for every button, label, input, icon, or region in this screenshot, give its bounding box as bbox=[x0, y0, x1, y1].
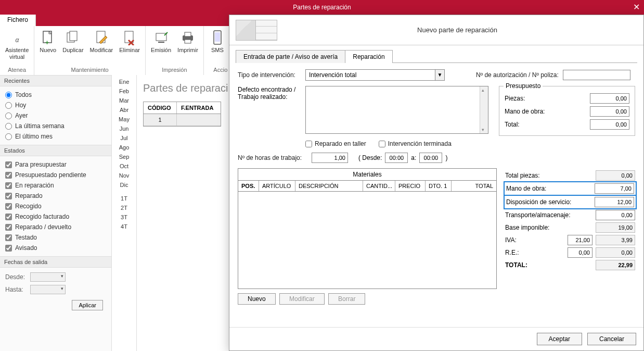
radio-hoy[interactable]: Hoy bbox=[5, 100, 106, 110]
month-Ene[interactable]: Ene bbox=[112, 77, 136, 86]
re-pct-input[interactable] bbox=[568, 247, 593, 258]
grid-row[interactable]: 1 bbox=[144, 114, 221, 126]
auth-input[interactable] bbox=[563, 70, 630, 80]
defecto-textarea[interactable] bbox=[305, 86, 488, 134]
aceptar-button[interactable]: Aceptar bbox=[537, 333, 582, 345]
desde-time-input[interactable] bbox=[385, 153, 408, 163]
svg-text:+: + bbox=[45, 39, 49, 45]
phone-icon bbox=[209, 29, 226, 46]
horas-input[interactable] bbox=[312, 153, 348, 163]
month-Jun[interactable]: Jun bbox=[112, 124, 136, 133]
document-copy-icon bbox=[65, 29, 81, 46]
month-May[interactable]: May bbox=[112, 115, 136, 124]
col-pos[interactable]: POS. bbox=[238, 181, 259, 191]
desde-combo[interactable] bbox=[30, 272, 66, 282]
presu-mano-input[interactable] bbox=[590, 106, 629, 117]
emision-button[interactable]: Emisión bbox=[148, 27, 174, 66]
radio-todos[interactable]: Todos bbox=[5, 90, 106, 100]
mat-modificar-button[interactable]: Modificar bbox=[279, 293, 325, 305]
layout-thumb-icon[interactable] bbox=[236, 20, 277, 41]
svg-rect-4 bbox=[70, 31, 77, 41]
col-precio[interactable]: PRECIO bbox=[395, 181, 426, 191]
estados-title: Estados bbox=[0, 145, 111, 156]
horas-label: Nº de horas de trabajo: bbox=[238, 154, 312, 161]
col-cant[interactable]: CANTID... bbox=[363, 181, 395, 191]
cancelar-button[interactable]: Cancelar bbox=[587, 333, 636, 345]
col-desc[interactable]: DESCRIPCIÓN bbox=[295, 181, 363, 191]
materiales-table: Materiales POS. ARTÍCULO DESCRIPCIÓN CAN… bbox=[238, 168, 497, 289]
month-2T[interactable]: 2T bbox=[112, 203, 136, 212]
window-title: Partes de reparación bbox=[293, 4, 351, 11]
presu-total-input[interactable] bbox=[590, 119, 629, 130]
estado-check-4[interactable]: Recogido bbox=[5, 201, 106, 211]
estado-check-0[interactable]: Para presupuestar bbox=[5, 159, 106, 170]
mat-nuevo-button[interactable]: Nuevo bbox=[238, 293, 276, 305]
estado-check-7[interactable]: Testado bbox=[5, 232, 106, 243]
mat-borrar-button[interactable]: Borrar bbox=[328, 293, 365, 305]
svg-text:α: α bbox=[15, 36, 19, 44]
tipo-combo[interactable]: Intervención total ▼ bbox=[305, 69, 445, 81]
asistente-virtual-button[interactable]: α Asistente virtual bbox=[2, 27, 32, 66]
month-Abr[interactable]: Abr bbox=[112, 105, 136, 115]
month-3T[interactable]: 3T bbox=[112, 212, 136, 222]
imprimir-button[interactable]: Imprimir bbox=[174, 27, 201, 66]
ribbon-tab-fichero[interactable]: Fichero bbox=[0, 15, 36, 26]
iva-pct-input[interactable] bbox=[568, 235, 593, 245]
ribbon-group-atenea: Atenea bbox=[8, 66, 26, 74]
defecto-label-2: Trabajo realizado: bbox=[238, 93, 305, 101]
auth-label: Nº de autorización / Nº poliza: bbox=[476, 71, 559, 79]
month-Dic[interactable]: Dic bbox=[112, 180, 136, 190]
chk-reparado-taller[interactable]: Reparado en taller bbox=[305, 140, 366, 147]
hasta-label: Hasta: bbox=[5, 286, 30, 293]
month-Jul[interactable]: Jul bbox=[112, 133, 136, 143]
month-Ago[interactable]: Ago bbox=[112, 143, 136, 152]
scrollbar[interactable] bbox=[480, 86, 488, 133]
desde-label: Desde: bbox=[5, 273, 30, 281]
ribbon-group-acciones: Accio bbox=[213, 66, 227, 74]
col-total[interactable]: TOTAL bbox=[452, 181, 496, 191]
radio-semana[interactable]: La última semana bbox=[5, 121, 106, 131]
close-icon[interactable]: ✕ bbox=[633, 2, 640, 12]
month-Feb[interactable]: Feb bbox=[112, 86, 136, 96]
month-Oct[interactable]: Oct bbox=[112, 161, 136, 171]
estado-check-1[interactable]: Presupuestado pendiente bbox=[5, 170, 106, 180]
col-articulo[interactable]: ARTÍCULO bbox=[259, 181, 295, 191]
tab-reparacion[interactable]: Reparación bbox=[345, 50, 392, 63]
radio-mes[interactable]: El último mes bbox=[5, 131, 106, 142]
chk-intervencion-terminada[interactable]: Intervención terminada bbox=[379, 140, 452, 147]
estado-check-2[interactable]: En reparación bbox=[5, 180, 106, 191]
estado-check-3[interactable]: Reparado bbox=[5, 191, 106, 201]
sms-button[interactable]: SMS bbox=[206, 27, 229, 66]
estado-check-6[interactable]: Reparado / devuelto bbox=[5, 222, 106, 232]
total-trans-input[interactable] bbox=[596, 210, 635, 220]
month-4T[interactable]: 4T bbox=[112, 222, 136, 231]
col-dto[interactable]: DTO. 1 bbox=[426, 181, 452, 191]
modificar-button[interactable]: Modificar bbox=[87, 27, 117, 66]
month-Mar[interactable]: Mar bbox=[112, 96, 136, 105]
totals-panel: Total piezas: Mano de obra: Disposición … bbox=[505, 168, 635, 305]
estado-check-8[interactable]: Avisado bbox=[5, 243, 106, 253]
presu-piezas-input[interactable] bbox=[590, 93, 629, 104]
grand-total-value bbox=[596, 260, 635, 270]
materiales-body[interactable] bbox=[238, 192, 496, 289]
defecto-label-1: Defecto encontrado / bbox=[238, 86, 305, 93]
total-disp-input[interactable] bbox=[595, 197, 634, 207]
duplicar-button[interactable]: Duplicar bbox=[59, 27, 86, 66]
filter-panel: Recientes Todos Hoy Ayer La última seman… bbox=[0, 75, 112, 351]
aplicar-button[interactable]: Aplicar bbox=[72, 300, 103, 310]
eliminar-button[interactable]: Eliminar bbox=[116, 27, 143, 66]
tab-entrada[interactable]: Entrada de parte / Aviso de avería bbox=[236, 50, 345, 63]
svg-rect-9 bbox=[185, 32, 191, 36]
month-Nov[interactable]: Nov bbox=[112, 171, 136, 180]
hasta-time-input[interactable] bbox=[419, 153, 442, 163]
printer-icon bbox=[179, 29, 196, 46]
radio-ayer[interactable]: Ayer bbox=[5, 110, 106, 121]
nuevo-button[interactable]: + Nuevo bbox=[36, 27, 59, 66]
month-1T[interactable]: 1T bbox=[112, 194, 136, 203]
estado-check-5[interactable]: Recogido facturado bbox=[5, 211, 106, 222]
col-codigo[interactable]: CÓDIGO bbox=[144, 102, 177, 114]
month-Sep[interactable]: Sep bbox=[112, 152, 136, 161]
col-fentrada[interactable]: F.ENTRADA bbox=[177, 102, 221, 114]
total-mano-input[interactable] bbox=[595, 183, 634, 194]
hasta-combo[interactable] bbox=[30, 285, 66, 294]
